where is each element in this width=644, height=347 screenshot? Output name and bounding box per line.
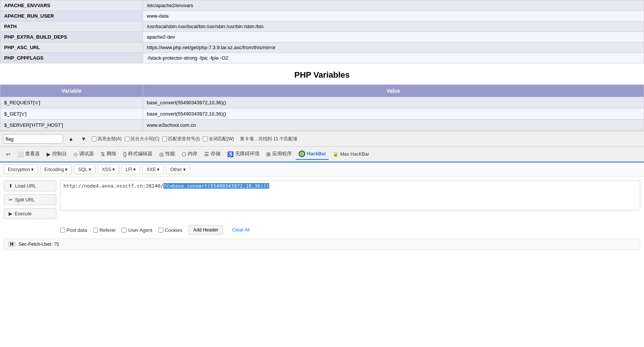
find-next-button[interactable]: ▼: [79, 135, 89, 143]
cookies-label[interactable]: Cookies: [158, 227, 182, 233]
execute-button[interactable]: ▶ Execute: [4, 208, 56, 219]
phpinfo-value: apache2-dev: [143, 32, 644, 42]
load-url-button[interactable]: ⬆ Load URL: [4, 180, 56, 191]
devtools-inspector-btn[interactable]: ↩: [3, 149, 14, 159]
debugger-label: 调试器: [79, 151, 94, 157]
hackbar-header-row: H Sec-Fetch-User: ?1: [4, 239, 640, 250]
max-hackbar-lock-icon: 🔒: [333, 151, 339, 157]
highlight-all-label[interactable]: 高亮全部(A): [92, 136, 122, 142]
highlight-all-checkbox[interactable]: [92, 137, 97, 141]
hackbar-content: ⬆ Load URL ✂ Split URL ▶ Execute http://…: [0, 177, 644, 223]
devtools-max-hackbar-btn[interactable]: 🔒 Max HacKBar: [330, 149, 372, 159]
xss-dropdown-icon: ▾: [112, 167, 115, 172]
load-url-icon: ⬆: [9, 183, 13, 189]
devtools-storage-btn[interactable]: ☰ 存储: [201, 149, 223, 159]
lfi-menu-btn[interactable]: LFI ▾: [121, 165, 140, 174]
encryption-dropdown-icon: ▾: [31, 167, 34, 172]
whole-words-label[interactable]: 全词匹配(W): [203, 136, 234, 142]
devtools-performance-btn[interactable]: ◎ 性能: [156, 149, 178, 159]
add-header-button[interactable]: Add Header: [189, 225, 223, 235]
network-icon: ⇅: [101, 151, 105, 157]
url-highlighted: ?c=base_convert(55490343972,10,36)(): [163, 183, 269, 189]
accessibility-icon: ♿: [227, 151, 234, 157]
storage-icon: ☰: [204, 151, 209, 157]
diacritics-label[interactable]: 匹配变音符号(I): [162, 136, 199, 142]
devtools-hackbar-btn[interactable]: HackBar: [296, 149, 329, 160]
referer-checkbox[interactable]: [93, 228, 98, 233]
memory-label: 内存: [188, 151, 198, 157]
phpvars-value: www.w3school.com.cn: [143, 120, 644, 131]
encoding-menu-btn[interactable]: Encoding ▾: [40, 165, 72, 174]
phpinfo-key: APACHE_RUN_USER: [0, 11, 143, 21]
memory-icon: ⬡: [182, 151, 186, 157]
devtools-toolbar: ↩ ⬜ 查看器 ▶ 控制台 ◇ 调试器 ⇅ 网络 {} 样式编辑器 ◎ 性能 ⬡…: [0, 147, 644, 162]
devtools-app-program-btn[interactable]: ⊞ 应用程序: [263, 149, 295, 159]
style-editor-icon: {}: [123, 151, 127, 157]
lfi-dropdown-icon: ▾: [133, 167, 136, 172]
devtools-debugger-btn[interactable]: ◇ 调试器: [71, 149, 97, 159]
phpvars-variable: $_REQUEST['c']: [0, 97, 143, 108]
post-data-checkbox[interactable]: [60, 228, 65, 233]
load-url-label: Load URL: [15, 183, 36, 189]
sql-label: SQL: [78, 167, 87, 172]
diacritics-checkbox[interactable]: [162, 137, 167, 141]
url-display: http://node4.anna.nssctf.cn:28140/?c=bas…: [60, 180, 640, 210]
split-url-button[interactable]: ✂ Split URL: [4, 194, 56, 205]
phpinfo-area: APACHE_ENVVARS/etc/apache2/envvarsAPACHE…: [0, 0, 644, 63]
phpvars-variable: $_GET['c']: [0, 108, 143, 120]
xss-menu-btn[interactable]: XSS ▾: [98, 165, 119, 174]
viewer-icon: ⬜: [17, 151, 24, 157]
phpinfo-value: www-data: [143, 11, 644, 21]
encryption-label: Encryption: [8, 167, 30, 172]
other-label: Other: [170, 167, 182, 172]
devtools-accessibility-btn[interactable]: ♿ 无障碍环境: [224, 149, 262, 159]
devtools-viewer-btn[interactable]: ⬜ 查看器: [14, 149, 43, 159]
console-label: 控制台: [52, 151, 67, 157]
lfi-label: LFI: [125, 167, 132, 172]
hackbar-actions: ⬆ Load URL ✂ Split URL ▶ Execute: [4, 180, 56, 219]
phpinfo-table: APACHE_ENVVARS/etc/apache2/envvarsAPACHE…: [0, 0, 644, 63]
sql-menu-btn[interactable]: SQL ▾: [74, 165, 95, 174]
devtools-style-editor-btn[interactable]: {} 样式编辑器: [120, 149, 155, 159]
user-agent-checkbox[interactable]: [122, 228, 127, 233]
whole-words-checkbox[interactable]: [203, 137, 208, 141]
user-agent-label[interactable]: User Agent: [122, 227, 152, 233]
phpvars-col-variable: Variable: [0, 85, 143, 97]
find-result-text: 第 6 项，共找到 11 个匹配项: [240, 136, 297, 142]
find-prev-button[interactable]: ▲: [66, 135, 76, 143]
performance-icon: ◎: [159, 151, 164, 157]
referer-label[interactable]: Referer: [93, 227, 116, 233]
xxe-dropdown-icon: ▾: [157, 167, 160, 172]
phpinfo-value: https://www.php.net/get/php-7.3.9.tar.xz…: [143, 42, 644, 53]
devtools-network-btn[interactable]: ⇅ 网络: [98, 149, 119, 159]
case-sensitive-label[interactable]: 区分大小写(C): [125, 136, 160, 142]
other-menu-btn[interactable]: Other ▾: [166, 165, 190, 174]
execute-label: Execute: [15, 211, 32, 216]
console-icon: ▶: [47, 151, 51, 157]
encryption-menu-btn[interactable]: Encryption ▾: [4, 165, 38, 174]
php-variables-section: PHP Variables Variable Value $_REQUEST['…: [0, 63, 644, 131]
post-data-label[interactable]: Post data: [60, 227, 87, 233]
find-bar: ▲ ▼ 高亮全部(A) 区分大小写(C) 匹配变音符号(I) 全词匹配(W) 第…: [0, 131, 644, 147]
hackbar-panel: Encryption ▾ Encoding ▾ SQL ▾ XSS ▾ LFI …: [0, 162, 644, 250]
xxe-menu-btn[interactable]: XXE ▾: [142, 165, 164, 174]
phpinfo-value: -fstack-protector-strong -fpic -fpie -O2: [143, 53, 644, 63]
accessibility-label: 无障碍环境: [235, 151, 259, 157]
clear-all-button[interactable]: Clear All: [229, 225, 253, 234]
phpinfo-key: PHP_EXTRA_BUILD_DEPS: [0, 32, 143, 42]
phpvars-table: Variable Value $_REQUEST['c']base_conver…: [0, 84, 644, 131]
debugger-icon: ◇: [74, 151, 78, 157]
cookies-checkbox[interactable]: [158, 228, 163, 233]
inspector-icon: ↩: [6, 151, 11, 157]
hackbar-options: Post data Referer User Agent Cookies Add…: [0, 223, 644, 237]
split-url-label: Split URL: [15, 197, 35, 203]
devtools-console-btn[interactable]: ▶ 控制台: [44, 149, 70, 159]
find-input[interactable]: [3, 134, 63, 144]
case-sensitive-checkbox[interactable]: [125, 137, 130, 141]
encoding-dropdown-icon: ▾: [65, 167, 68, 172]
sql-dropdown-icon: ▾: [89, 167, 91, 172]
phpinfo-key: PHP_ASC_URL: [0, 42, 143, 53]
storage-label: 存储: [211, 151, 220, 157]
header-value: Sec-Fetch-User: ?1: [19, 242, 59, 247]
devtools-memory-btn[interactable]: ⬡ 内存: [179, 149, 201, 159]
